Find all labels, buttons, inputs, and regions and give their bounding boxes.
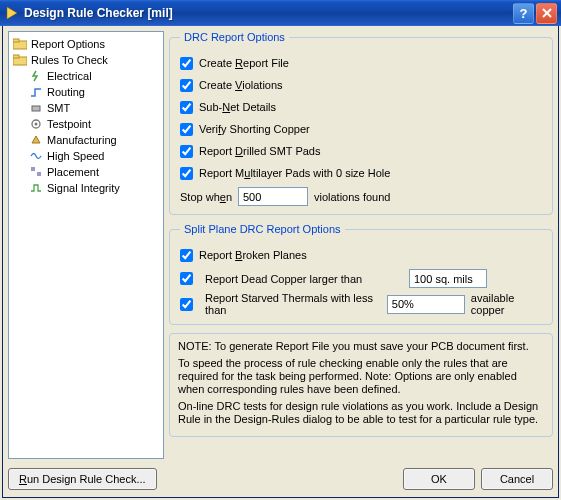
tree-node-signal-integrity[interactable]: Signal Integrity xyxy=(27,180,161,196)
tree-label: SMT xyxy=(47,102,70,114)
tree-node-high-speed[interactable]: High Speed xyxy=(27,148,161,164)
verify-shorting-copper-checkbox[interactable] xyxy=(180,123,193,136)
starved-suffix: available copper xyxy=(471,292,542,316)
routing-icon xyxy=(28,85,44,99)
svg-rect-12 xyxy=(37,172,41,176)
high-speed-icon xyxy=(28,149,44,163)
button-label: Run Design Rule Check... xyxy=(19,473,146,485)
client-area: Report Options Rules To Check Electrical… xyxy=(2,26,559,498)
starved-thermals-input[interactable] xyxy=(387,295,465,314)
tree-node-report-options[interactable]: Report Options xyxy=(11,36,161,52)
svg-marker-0 xyxy=(7,7,17,19)
manufacturing-icon xyxy=(28,133,44,147)
button-label: Cancel xyxy=(500,473,534,485)
svg-point-9 xyxy=(35,123,38,126)
tree-label: High Speed xyxy=(47,150,105,162)
tree-panel: Report Options Rules To Check Electrical… xyxy=(8,31,164,459)
tree-node-placement[interactable]: Placement xyxy=(27,164,161,180)
tree-node-smt[interactable]: SMT xyxy=(27,100,161,116)
svg-rect-11 xyxy=(31,167,35,171)
checkbox-label: Report Drilled SMT Pads xyxy=(199,145,320,157)
app-icon xyxy=(4,5,20,21)
tree-label: Manufacturing xyxy=(47,134,117,146)
button-label: OK xyxy=(431,473,447,485)
placement-icon xyxy=(28,165,44,179)
checkbox-label: Verify Shorting Copper xyxy=(199,123,310,135)
tree-label: Report Options xyxy=(31,38,105,50)
create-violations-checkbox[interactable] xyxy=(180,79,193,92)
smt-icon xyxy=(28,101,44,115)
dead-copper-input[interactable] xyxy=(409,269,487,288)
tree-node-routing[interactable]: Routing xyxy=(27,84,161,100)
run-drc-button[interactable]: Run Design Rule Check... xyxy=(8,468,157,490)
tree-node-manufacturing[interactable]: Manufacturing xyxy=(27,132,161,148)
checkbox-label: Report Dead Copper larger than xyxy=(205,273,403,285)
svg-rect-7 xyxy=(32,106,40,111)
ok-button[interactable]: OK xyxy=(403,468,475,490)
tree-label: Electrical xyxy=(47,70,92,82)
electrical-icon xyxy=(28,69,44,83)
testpoint-icon xyxy=(28,117,44,131)
svg-marker-10 xyxy=(32,136,40,143)
checkbox-label: Report Multilayer Pads with 0 size Hole xyxy=(199,167,390,179)
checkbox-label: Create Violations xyxy=(199,79,283,91)
report-broken-planes-checkbox[interactable] xyxy=(180,249,193,262)
tree-node-electrical[interactable]: Electrical xyxy=(27,68,161,84)
signal-integrity-icon xyxy=(28,181,44,195)
window-title: Design Rule Checker [mil] xyxy=(24,6,511,20)
checkbox-label: Create Report File xyxy=(199,57,289,69)
report-drilled-smt-pads-checkbox[interactable] xyxy=(180,145,193,158)
tree-node-testpoint[interactable]: Testpoint xyxy=(27,116,161,132)
group-legend: Split Plane DRC Report Options xyxy=(180,223,345,235)
title-bar: Design Rule Checker [mil] ? xyxy=(0,0,561,26)
svg-rect-4 xyxy=(13,39,19,42)
tree-label: Signal Integrity xyxy=(47,182,120,194)
folder-icon xyxy=(12,37,28,51)
group-legend: DRC Report Options xyxy=(180,31,289,43)
tree-label: Routing xyxy=(47,86,85,98)
drc-report-options-group: DRC Report Options Create Report File Cr… xyxy=(169,31,553,215)
options-panel: DRC Report Options Create Report File Cr… xyxy=(169,31,553,461)
checkbox-label: Report Starved Thermals with less than xyxy=(205,292,381,316)
close-button[interactable] xyxy=(536,3,557,24)
footer: Run Design Rule Check... OK Cancel xyxy=(8,467,553,491)
checkbox-label: Sub-Net Details xyxy=(199,101,276,113)
note-line: NOTE: To generate Report File you must s… xyxy=(178,340,544,353)
checkbox-label: Report Broken Planes xyxy=(199,249,307,261)
tree-node-rules-to-check[interactable]: Rules To Check xyxy=(11,52,161,68)
help-button[interactable]: ? xyxy=(513,3,534,24)
note-box: NOTE: To generate Report File you must s… xyxy=(169,333,553,437)
cancel-button[interactable]: Cancel xyxy=(481,468,553,490)
create-report-file-checkbox[interactable] xyxy=(180,57,193,70)
note-line: On-line DRC tests for design rule violat… xyxy=(178,400,544,426)
svg-rect-6 xyxy=(13,55,19,58)
tree-label: Testpoint xyxy=(47,118,91,130)
stop-when-label: Stop when xyxy=(180,191,232,203)
tree-label: Rules To Check xyxy=(31,54,108,66)
report-dead-copper-checkbox[interactable] xyxy=(180,272,193,285)
stop-when-input[interactable] xyxy=(238,187,308,206)
sub-net-details-checkbox[interactable] xyxy=(180,101,193,114)
stop-when-suffix: violations found xyxy=(314,191,390,203)
note-line: To speed the process of rule checking en… xyxy=(178,357,544,396)
report-starved-thermals-checkbox[interactable] xyxy=(180,298,193,311)
tree-label: Placement xyxy=(47,166,99,178)
folder-icon xyxy=(12,53,28,67)
split-plane-options-group: Split Plane DRC Report Options Report Br… xyxy=(169,223,553,325)
report-multilayer-pads-checkbox[interactable] xyxy=(180,167,193,180)
